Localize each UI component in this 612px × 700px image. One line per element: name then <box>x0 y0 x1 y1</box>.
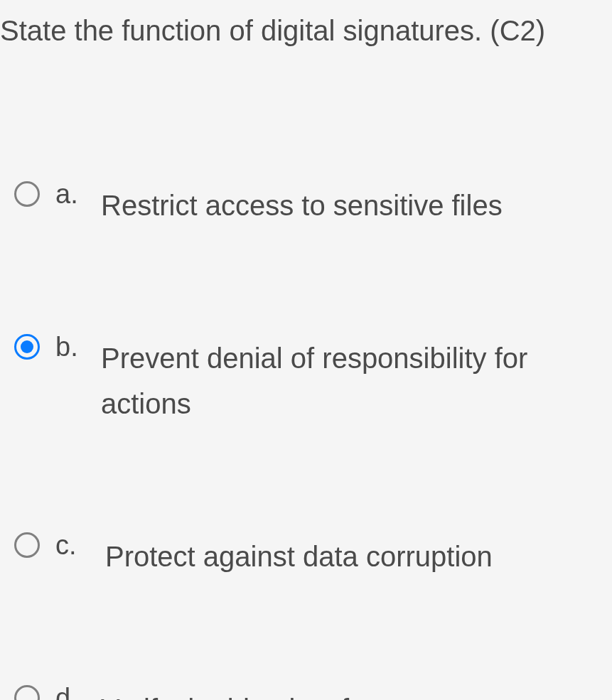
radio-button-a[interactable] <box>14 181 40 207</box>
option-d[interactable]: d. Verify the identity of users <box>14 682 612 700</box>
option-b[interactable]: b. Prevent denial of responsibility for … <box>14 331 612 426</box>
options-list: a. Restrict access to sensitive files b.… <box>0 50 612 700</box>
option-a[interactable]: a. Restrict access to sensitive files <box>14 178 612 228</box>
radio-button-b[interactable] <box>14 334 40 360</box>
option-letter-b: b. <box>55 331 81 364</box>
option-letter-a: a. <box>55 178 81 211</box>
radio-button-c[interactable] <box>14 532 40 558</box>
option-text-d: Verify the identity of users <box>101 682 426 700</box>
radio-button-d[interactable] <box>14 685 40 700</box>
option-text-c: Protect against data corruption <box>101 529 493 579</box>
option-c[interactable]: c. Protect against data corruption <box>14 529 612 579</box>
option-letter-c: c. <box>55 529 81 562</box>
option-text-a: Restrict access to sensitive files <box>101 178 503 228</box>
option-letter-d: d. <box>55 682 81 700</box>
option-text-b: Prevent denial of responsibility for act… <box>101 331 584 426</box>
question-text: State the function of digital signatures… <box>0 0 612 50</box>
